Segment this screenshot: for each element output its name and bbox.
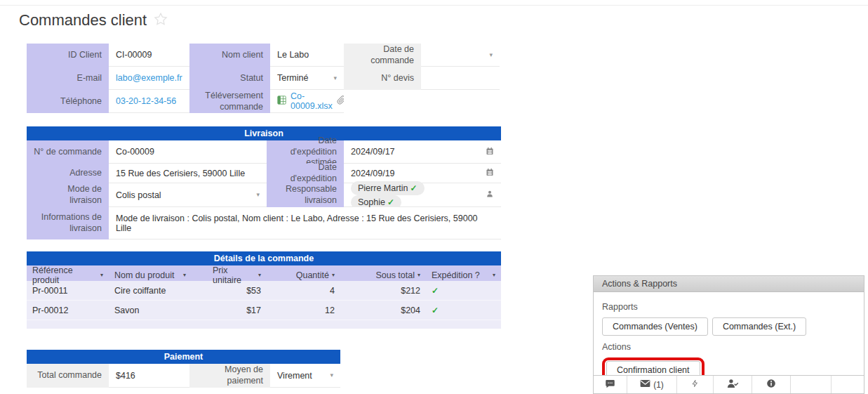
num-commande-value[interactable]: Co-00009	[109, 140, 267, 164]
adresse-value[interactable]: 15 Rue des Cerisiers, 59000 Lille	[109, 164, 267, 183]
calendar-icon	[486, 147, 494, 157]
email-label: E-mail	[27, 67, 109, 90]
statut-value: Terminé	[277, 73, 308, 83]
actions-rapports-panel: Actions & Rapports Rapports Commandes (V…	[593, 275, 864, 394]
table-row[interactable]: Pr-00012 Savon $17 12 $204 ✓	[27, 301, 501, 320]
details-table-header: Référence produit ▾ Nom du produit ▾ Pri…	[27, 265, 501, 281]
comment-bubble-icon	[605, 379, 615, 391]
check-icon: ✓	[432, 306, 439, 315]
chevron-down-icon: ▾	[330, 372, 333, 379]
televersement-label: Téléversement commande	[189, 90, 270, 113]
responsable-pill[interactable]: Pierre Martin ✓	[351, 181, 425, 195]
paiement-section-header: Paiement	[27, 350, 340, 364]
date-exp-value: 2024/09/19	[351, 169, 395, 178]
info-icon	[766, 379, 776, 390]
check-icon: ✓	[432, 287, 439, 295]
mail-button[interactable]: (1)	[627, 376, 677, 393]
mode-livraison-select[interactable]: Colis postal ▾	[109, 183, 267, 207]
sort-caret-icon: ▾	[493, 272, 495, 278]
devis-value[interactable]	[421, 67, 500, 90]
moyen-paiement-label: Moyen de paiement	[189, 364, 270, 388]
adresse-label: Adresse	[27, 164, 109, 183]
cell-name: Savon	[109, 301, 207, 320]
pill-name: Sophie	[358, 197, 385, 207]
commandes-ext-button[interactable]: Commandes (Ext.)	[712, 317, 806, 336]
sort-caret-icon: ▾	[100, 272, 103, 278]
cell-qty: 4	[267, 281, 340, 300]
cell-price: $17	[207, 301, 267, 320]
chevron-down-icon: ▾	[256, 192, 260, 198]
moyen-paiement-select[interactable]: Virement ▾	[270, 364, 340, 388]
toolbar-empty-cell[interactable]	[832, 376, 864, 393]
envelope-icon	[640, 379, 650, 390]
cell-subtotal: $212	[340, 281, 426, 300]
statut-select[interactable]: Terminé ▾	[270, 67, 344, 90]
panel-title: Actions & Rapports	[594, 276, 864, 292]
date-commande-label: Date de commande	[344, 44, 421, 67]
infos-livraison-label: Informations de livraison	[27, 207, 109, 239]
table-row[interactable]: Pr-00011 Cire coiffante $53 4 $212 ✓	[27, 281, 501, 301]
responsable-pills: Pierre Martin ✓ Sophie ✓	[351, 181, 486, 209]
nom-client-value[interactable]: Le Labo	[270, 44, 344, 67]
total-commande-value[interactable]: $416	[109, 364, 189, 388]
date-commande-select[interactable]: ▾	[421, 44, 500, 67]
page-top-divider	[0, 5, 868, 6]
empty-cell	[421, 90, 500, 113]
mail-count: (1)	[653, 380, 664, 390]
telephone-link[interactable]: 03-20-12-34-56	[116, 96, 176, 106]
table-footer-strip	[27, 320, 501, 329]
moyen-paiement-value: Virement	[277, 371, 312, 381]
cell-shipped: ✓	[426, 301, 501, 320]
livraison-section-header: Livraison	[27, 126, 501, 140]
page-title: Commandes client	[19, 11, 147, 29]
quick-actions-button[interactable]	[677, 376, 714, 393]
televersement-file-cell: Co-00009.xlsx	[270, 90, 344, 113]
mode-livraison-value: Colis postal	[116, 190, 161, 200]
pill-name: Pierre Martin	[358, 183, 408, 193]
excel-file-icon	[277, 96, 286, 107]
cell-ref: Pr-00012	[27, 301, 109, 320]
customer-form: ID Client CI-00009 Nom client Le Labo Da…	[27, 44, 500, 113]
id-client-label: ID Client	[27, 44, 109, 67]
cell-subtotal: $204	[340, 301, 426, 320]
comments-button[interactable]	[594, 376, 627, 393]
toolbar-empty-cell[interactable]	[791, 376, 832, 393]
assign-user-button[interactable]	[714, 376, 752, 393]
page-header: Commandes client	[19, 11, 168, 29]
check-icon: ✓	[410, 184, 418, 192]
col-label: Nom du produit	[114, 270, 174, 280]
cell-ref: Pr-00011	[27, 281, 109, 300]
lightning-icon	[691, 379, 699, 390]
email-link[interactable]: labo@exemple.fr	[116, 73, 182, 83]
num-commande-label: N° de commande	[27, 140, 109, 164]
date-exp-estimee-field[interactable]: 2024/09/17	[344, 140, 501, 164]
sort-caret-icon: ▾	[258, 272, 261, 278]
infos-livraison-value[interactable]: Mode de livraison : Colis postal, Nom cl…	[109, 207, 501, 239]
sort-caret-icon: ▾	[332, 272, 335, 278]
date-exp-label: Date d'expédition	[267, 164, 344, 183]
actions-label: Actions	[602, 342, 855, 352]
favorite-star-icon[interactable]	[154, 12, 168, 29]
file-link[interactable]: Co-00009.xlsx	[291, 91, 333, 111]
commandes-ventes-button[interactable]: Commandes (Ventes)	[602, 317, 708, 336]
chevron-down-icon: ▾	[489, 52, 493, 58]
sort-caret-icon: ▾	[418, 272, 420, 278]
date-exp-estimee-label: Date d'expédition estimée	[267, 140, 344, 164]
date-exp-estimee-value: 2024/09/17	[351, 147, 395, 157]
paiement-section: Paiement Total commande $416 Moyen de pa…	[27, 350, 340, 388]
chevron-down-icon: ▾	[333, 75, 337, 81]
cell-name: Cire coiffante	[109, 281, 207, 300]
statut-label: Statut	[189, 67, 270, 90]
col-label: Expédition ?	[432, 270, 480, 280]
devis-label: N° devis	[344, 67, 421, 90]
panel-toolbar: (1)	[594, 375, 864, 393]
id-client-value[interactable]: CI-00009	[109, 44, 189, 67]
email-value-cell: labo@exemple.fr	[109, 67, 189, 90]
telephone-label: Téléphone	[27, 90, 109, 113]
person-icon[interactable]	[486, 190, 494, 200]
info-button[interactable]	[752, 376, 791, 393]
empty-cell	[344, 90, 421, 113]
details-section-header: Détails de la commande	[27, 251, 501, 265]
telephone-value-cell: 03-20-12-34-56	[109, 90, 189, 113]
livraison-section: Livraison N° de commande Co-00009 Date d…	[27, 126, 501, 239]
